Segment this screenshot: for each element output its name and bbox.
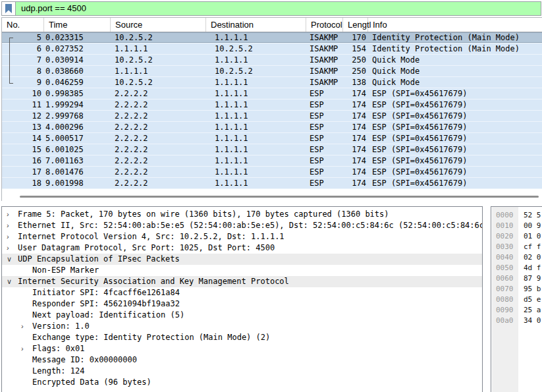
hex-row-0090[interactable]: 009025 a <box>491 305 542 316</box>
column-header-source[interactable]: Source <box>111 18 206 32</box>
packet-row-15[interactable]: 156.0010252.2.2.21.1.1.1ESP174ESP (SPI=0… <box>2 144 542 155</box>
hex-bytes: cf f <box>518 242 541 252</box>
packet-8-protocol: ISAKMP <box>306 66 343 76</box>
detail-text: Length: 124 <box>32 366 84 377</box>
chevron-right-icon[interactable]: › <box>21 321 24 332</box>
hex-row-0000[interactable]: 000052 5 <box>491 210 542 221</box>
chevron-right-icon[interactable]: › <box>7 231 9 242</box>
packet-16-time: 7.001163 <box>44 155 111 166</box>
hex-row-0080[interactable]: 0080d5 e <box>491 294 542 305</box>
detail-row-0[interactable]: ›Frame 5: Packet, 170 bytes on wire (136… <box>2 209 482 220</box>
chevron-right-icon[interactable]: › <box>7 220 9 231</box>
detail-text: Responder SPI: 45621094bf19aa32 <box>32 298 180 310</box>
packet-16-info: ESP (SPI=0x45617679) <box>368 155 542 166</box>
packet-list-pane: No.TimeSourceDestinationProtocolLengtlIn… <box>1 17 542 201</box>
packet-row-5[interactable]: 50.02331510.2.5.21.1.1.1ISAKMP170Identit… <box>2 32 542 43</box>
packet-18-no: 18 <box>2 178 44 188</box>
column-header-destination[interactable]: Destination <box>206 18 306 32</box>
packet-7-time: 0.030914 <box>44 55 111 65</box>
detail-text: Flags: 0x01 <box>32 343 84 354</box>
packet-12-length: 174 <box>343 111 368 121</box>
packet-11-length: 174 <box>343 99 368 110</box>
detail-text: Internet Protocol Version 4, Src: 10.2.5… <box>18 231 285 242</box>
column-header-info[interactable]: Info <box>368 18 542 32</box>
detail-row-13[interactable]: Message ID: 0x00000000 <box>2 354 482 366</box>
packet-row-8[interactable]: 80.0386601.1.1.110.2.5.2ISAKMP250Quick M… <box>2 66 542 77</box>
packet-12-time: 2.999768 <box>44 111 111 121</box>
packet-7-protocol: ISAKMP <box>306 55 343 65</box>
packet-row-6[interactable]: 60.0273521.1.1.110.2.5.2ISAKMP154Identit… <box>2 43 542 55</box>
display-filter-input[interactable]: udp.port == 4500 <box>15 1 541 16</box>
detail-row-9[interactable]: Next payload: Identification (5) <box>2 310 482 321</box>
packet-9-length: 138 <box>343 77 368 88</box>
packet-row-16[interactable]: 167.0011632.2.2.21.1.1.1ESP174ESP (SPI=0… <box>2 155 542 167</box>
hex-offset: 0050 <box>491 263 518 273</box>
packet-row-13[interactable]: 134.0002962.2.2.21.1.1.1ESP174ESP (SPI=0… <box>2 122 542 133</box>
hex-row-0060[interactable]: 006087 9 <box>491 273 542 284</box>
packet-17-length: 174 <box>343 167 368 177</box>
packet-10-protocol: ESP <box>306 88 343 99</box>
detail-row-10[interactable]: ›Version: 1.0 <box>2 321 482 332</box>
hex-offset: 00a0 <box>491 316 518 326</box>
column-header-time[interactable]: Time <box>44 18 111 32</box>
hex-rows: 000052 5001000 9002001 00030cf f004002 0… <box>491 207 542 326</box>
packet-8-length: 250 <box>343 66 368 76</box>
packet-row-14[interactable]: 145.0005172.2.2.21.1.1.1ESP174ESP (SPI=0… <box>2 133 542 144</box>
packet-17-destination: 1.1.1.1 <box>206 167 306 177</box>
chevron-right-icon[interactable]: › <box>7 209 9 220</box>
packet-16-destination: 1.1.1.1 <box>206 155 306 166</box>
packet-8-source: 1.1.1.1 <box>111 66 206 76</box>
detail-row-14[interactable]: Length: 124 <box>2 366 482 377</box>
detail-row-5[interactable]: Non-ESP Marker <box>2 265 482 276</box>
hex-row-0010[interactable]: 001000 9 <box>491 221 542 231</box>
detail-row-15[interactable]: Encrypted Data (96 bytes) <box>2 377 482 388</box>
packet-12-destination: 1.1.1.1 <box>206 111 306 121</box>
hex-row-0030[interactable]: 0030cf f <box>491 242 542 252</box>
hex-row-0050[interactable]: 00504d f <box>491 263 542 273</box>
detail-text: Ethernet II, Src: 52:54:00:ab:5e:e5 (52:… <box>18 220 482 231</box>
packet-6-no: 6 <box>2 43 44 54</box>
filter-bookmark-button[interactable] <box>1 1 16 16</box>
detail-text: Initiator SPI: 4fcacff6e1261a84 <box>32 287 180 298</box>
packet-row-9[interactable]: 90.04625910.2.5.21.1.1.1ISAKMP138Quick M… <box>2 77 542 88</box>
column-header-lengtl[interactable]: Lengtl <box>343 18 368 32</box>
chevron-down-icon[interactable]: ∨ <box>7 254 12 265</box>
packet-row-17[interactable]: 178.0014762.2.2.21.1.1.1ESP174ESP (SPI=0… <box>2 167 542 178</box>
hex-row-0020[interactable]: 002001 0 <box>491 231 542 242</box>
packet-18-destination: 1.1.1.1 <box>206 178 306 188</box>
detail-row-8[interactable]: Responder SPI: 45621094bf19aa32 <box>2 298 482 310</box>
packet-row-11[interactable]: 111.9992942.2.2.21.1.1.1ESP174ESP (SPI=0… <box>2 99 542 111</box>
packet-6-info: Identity Protection (Main Mode) <box>368 43 542 54</box>
packet-row-18[interactable]: 189.0019982.2.2.21.1.1.1ESP174ESP (SPI=0… <box>2 178 542 189</box>
hex-row-00a0[interactable]: 00a034 0 <box>491 316 542 326</box>
packet-row-7[interactable]: 70.03091410.2.5.21.1.1.1ISAKMP250Quick M… <box>2 55 542 66</box>
packet-16-source: 2.2.2.2 <box>111 155 206 166</box>
detail-row-11[interactable]: Exchange type: Identity Protection (Main… <box>2 332 482 343</box>
hex-offset: 0000 <box>491 210 518 221</box>
detail-row-12[interactable]: ›Flags: 0x01 <box>2 343 482 354</box>
detail-row-4[interactable]: ∨UDP Encapsulation of IPsec Packets <box>2 254 482 265</box>
detail-row-7[interactable]: Initiator SPI: 4fcacff6e1261a84 <box>2 287 482 298</box>
column-header-protocol[interactable]: Protocol <box>306 18 343 32</box>
chevron-right-icon[interactable]: › <box>21 343 24 354</box>
detail-text: Non-ESP Marker <box>32 265 99 276</box>
packet-list-rows: 50.02331510.2.5.21.1.1.1ISAKMP170Identit… <box>2 32 542 189</box>
packet-8-time: 0.038660 <box>44 66 111 76</box>
chevron-down-icon[interactable]: ∨ <box>7 276 12 287</box>
hex-bytes: 52 5 <box>518 210 541 221</box>
hex-row-0040[interactable]: 004002 0 <box>491 252 542 263</box>
detail-row-1[interactable]: ›Ethernet II, Src: 52:54:00:ab:5e:e5 (52… <box>2 220 482 231</box>
packet-7-destination: 1.1.1.1 <box>206 55 306 65</box>
packet-9-time: 0.046259 <box>44 77 111 88</box>
packet-row-10[interactable]: 100.9983852.2.2.21.1.1.1ESP174ESP (SPI=0… <box>2 88 542 99</box>
column-header-no[interactable]: No. <box>2 18 44 32</box>
packet-18-source: 2.2.2.2 <box>111 178 206 188</box>
packet-row-12[interactable]: 122.9997682.2.2.21.1.1.1ESP174ESP (SPI=0… <box>2 111 542 122</box>
detail-row-6[interactable]: ∨Internet Security Association and Key M… <box>2 276 482 287</box>
detail-row-3[interactable]: ›User Datagram Protocol, Src Port: 1025,… <box>2 242 482 254</box>
packet-5-length: 170 <box>343 32 368 43</box>
detail-row-2[interactable]: ›Internet Protocol Version 4, Src: 10.2.… <box>2 231 482 242</box>
chevron-right-icon[interactable]: › <box>7 242 9 254</box>
horizontal-scrollbar-thumb[interactable] <box>20 196 539 198</box>
hex-row-0070[interactable]: 007095 b <box>491 284 542 294</box>
